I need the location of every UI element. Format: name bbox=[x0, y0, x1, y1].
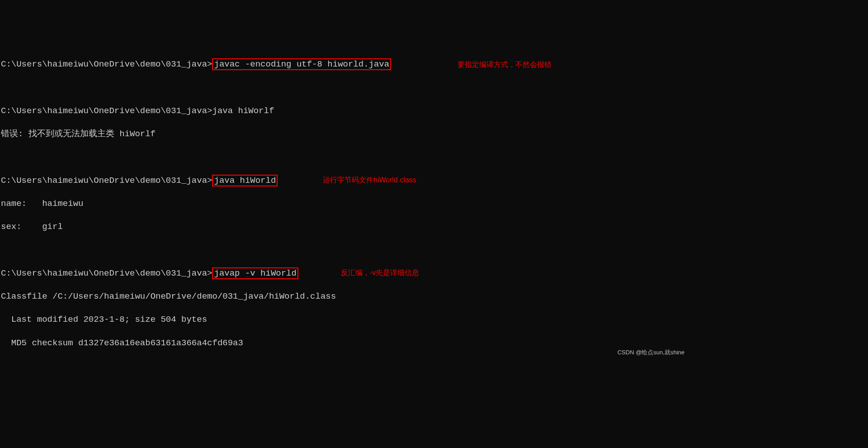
cmd-line-1: C:\Users\haimeiwu\OneDrive\demo\031_java… bbox=[1, 59, 687, 71]
watermark: CSDN @给点sun,就shine bbox=[618, 348, 684, 357]
annotation-3: 反汇编，-v先是详细信息 bbox=[341, 268, 419, 278]
output-sex: sex: girl bbox=[1, 221, 687, 233]
output-name: name: haimeiwu bbox=[1, 198, 687, 210]
cmd-line-2: C:\Users\haimeiwu\OneDrive\demo\031_java… bbox=[1, 105, 687, 117]
cmd-java: java hiWorld bbox=[212, 175, 278, 186]
lastmod-line: Last modified 2023-1-8; size 504 bytes bbox=[1, 314, 687, 326]
cmd-line-4: C:\Users\haimeiwu\OneDrive\demo\031_java… bbox=[1, 268, 687, 280]
cmd-javap: javap -v hiWorld bbox=[212, 267, 298, 279]
cmd-line-3: C:\Users\haimeiwu\OneDrive\demo\031_java… bbox=[1, 175, 687, 187]
annotation-2: 运行字节码文件hiWorld.class bbox=[323, 175, 416, 185]
prompt: C:\Users\haimeiwu\OneDrive\demo\031_java… bbox=[1, 268, 212, 278]
prompt: C:\Users\haimeiwu\OneDrive\demo\031_java… bbox=[1, 106, 212, 116]
error-line: 错误: 找不到或无法加载主类 hiWorlf bbox=[1, 129, 687, 140]
cmd-javac: javac -encoding utf-8 hiworld.java bbox=[212, 58, 391, 70]
md5-line: MD5 checksum d1327e36a16eab63161a366a4cf… bbox=[1, 338, 687, 349]
prompt: C:\Users\haimeiwu\OneDrive\demo\031_java… bbox=[1, 59, 212, 69]
prompt: C:\Users\haimeiwu\OneDrive\demo\031_java… bbox=[1, 176, 212, 186]
annotation-1: 要指定编译方式，不然会报错 bbox=[458, 60, 552, 70]
classfile-line: Classfile /C:/Users/haimeiwu/OneDrive/de… bbox=[1, 291, 687, 303]
cmd-java-wrong: java hiWorlf bbox=[212, 106, 274, 116]
terminal-output: C:\Users\haimeiwu\OneDrive\demo\031_java… bbox=[0, 47, 687, 358]
